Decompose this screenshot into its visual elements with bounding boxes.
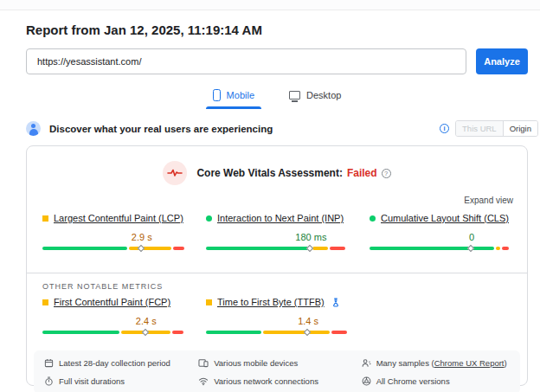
core-metrics-row: Largest Contentful Paint (LCP)2.9 sInter… [27, 213, 527, 254]
good-segment [42, 247, 127, 250]
p75-marker [304, 328, 311, 335]
metric-distribution-bar [206, 247, 348, 250]
metric-distribution: 2.9 s [42, 247, 184, 254]
metric-title: Interaction to Next Paint (INP) [206, 213, 348, 223]
metric-distribution-bar [370, 247, 511, 250]
p75-marker [141, 328, 148, 335]
pulse-icon [163, 161, 187, 185]
assessment-label: Core Web Vitals Assessment: [196, 167, 343, 179]
other-metrics-row: First Contentful Paint (FCP)2.4 sTime to… [27, 297, 527, 337]
desktop-monitor-icon [289, 91, 300, 100]
needs-improvement-segment [496, 247, 500, 250]
metric-lcp: Largest Contentful Paint (LCP)2.9 s [42, 213, 184, 254]
metadata-text: Full visit durations [59, 376, 125, 386]
device-tabs: Mobile Desktop [26, 87, 528, 109]
tab-mobile-label: Mobile [227, 90, 254, 100]
metric-doc-link[interactable]: First Contentful Paint (FCP) [54, 297, 170, 307]
metric-title: First Contentful Paint (FCP) [42, 297, 184, 307]
metric-rating-bullet [206, 215, 212, 222]
metric-cls: Cumulative Layout Shift (CLS)0 [370, 213, 511, 254]
other-metrics-label: OTHER NOTABLE METRICS [27, 273, 527, 291]
tab-desktop[interactable]: Desktop [287, 87, 343, 109]
metric-p75-value: 1.4 s [298, 316, 318, 326]
metadata-item: Full visit durations [44, 376, 198, 386]
p75-marker [306, 244, 313, 251]
calendar-icon [44, 358, 54, 368]
poor-segment [172, 331, 183, 334]
metric-title: Time to First Byte (TTFB) [206, 297, 348, 307]
needs-improvement-segment [312, 247, 328, 250]
expand-view-link[interactable]: Expand view [464, 196, 513, 205]
poor-segment [331, 331, 347, 334]
info-icon[interactable]: i [440, 124, 449, 133]
tab-mobile[interactable]: Mobile [211, 87, 256, 109]
page-title: Report from Jan 12, 2025, 11:19:14 AM [26, 22, 528, 37]
assessment-info-icon[interactable]: ? [382, 169, 391, 178]
metric-doc-link[interactable]: Largest Contentful Paint (LCP) [54, 213, 183, 223]
metadata-text: Many samples ( [376, 358, 434, 368]
good-segment [206, 331, 261, 334]
network-icon [198, 376, 209, 386]
needs-improvement-segment [263, 331, 330, 334]
metric-distribution-bar [42, 247, 184, 250]
metric-ttfb: Time to First Byte (TTFB)1.4 s [206, 297, 348, 337]
metric-rating-bullet [206, 299, 212, 305]
poor-segment [173, 247, 184, 250]
field-data-card: Core Web Vitals Assessment: Failed ? Exp… [26, 145, 528, 386]
chrome-ux-report-link[interactable]: Chrome UX Report [434, 358, 505, 368]
scope-this-url-button[interactable]: This URL [456, 121, 503, 136]
metric-rating-bullet [42, 215, 48, 222]
experimental-flask-icon [331, 298, 340, 307]
url-form: Analyze [26, 48, 528, 74]
good-segment [370, 247, 494, 250]
metric-p75-value: 0 [469, 232, 474, 242]
assessment-status: Failed [347, 167, 377, 179]
tab-desktop-label: Desktop [306, 90, 341, 100]
metric-distribution-bar [42, 331, 184, 334]
metric-spacer [370, 297, 511, 337]
metric-doc-link[interactable]: Time to First Byte (TTFB) [217, 297, 325, 307]
metadata-item: Many samples (Chrome UX Report) [362, 358, 510, 368]
metadata-item: Latest 28-day collection period [44, 358, 198, 368]
samples-icon [362, 358, 371, 368]
metric-p75-value: 2.9 s [132, 232, 152, 242]
metric-p75-value: 180 ms [295, 232, 326, 242]
metric-doc-link[interactable]: Interaction to Next Paint (INP) [217, 213, 344, 223]
metric-distribution: 180 ms [206, 247, 348, 254]
stopwatch-icon [44, 376, 54, 386]
metric-distribution: 1.4 s [206, 331, 348, 337]
metadata-item: All Chrome versions [362, 376, 510, 386]
metric-distribution: 2.4 s [42, 331, 184, 337]
metric-fcp: First Contentful Paint (FCP)2.4 s [42, 297, 184, 337]
metadata-text: ) [505, 358, 507, 368]
metric-distribution-bar [206, 331, 348, 334]
poor-segment [502, 247, 509, 250]
scope-toggle: This URL Origin [455, 120, 538, 137]
page-top-strip [0, 0, 540, 10]
devices-icon [198, 358, 209, 368]
good-segment [206, 247, 311, 250]
analyze-button[interactable]: Analyze [476, 48, 528, 74]
good-segment [42, 331, 119, 334]
p75-marker [138, 244, 145, 251]
url-input[interactable] [26, 48, 466, 74]
metric-distribution: 0 [370, 247, 511, 254]
collection-metadata: Latest 28-day collection periodVarious m… [34, 350, 520, 392]
field-data-header: Discover what your real users are experi… [26, 120, 538, 137]
metric-title: Largest Contentful Paint (LCP) [42, 213, 184, 223]
poor-segment [330, 247, 345, 250]
mobile-phone-icon [213, 89, 221, 101]
metadata-text: Various mobile devices [214, 358, 298, 368]
metadata-text: Various network connections [214, 376, 318, 386]
metric-rating-bullet [370, 215, 376, 222]
cwv-assessment: Core Web Vitals Assessment: Failed ? [27, 161, 527, 185]
scope-origin-button[interactable]: Origin [503, 121, 537, 136]
chrome-icon [362, 376, 371, 386]
metric-p75-value: 2.4 s [136, 316, 157, 326]
metadata-item: Various network connections [198, 376, 361, 386]
real-users-icon [26, 121, 41, 136]
p75-marker [467, 244, 474, 251]
metric-rating-bullet [42, 299, 48, 305]
metadata-text: Latest 28-day collection period [59, 358, 170, 368]
metric-doc-link[interactable]: Cumulative Layout Shift (CLS) [381, 213, 509, 223]
